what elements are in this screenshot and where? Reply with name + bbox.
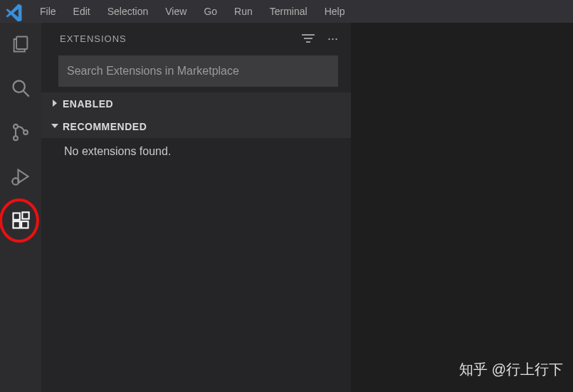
explorer-icon[interactable] — [9, 33, 32, 55]
activity-bar — [0, 23, 41, 392]
chevron-right-icon — [47, 98, 63, 110]
highlight-annotation — [0, 198, 39, 243]
source-control-icon[interactable] — [9, 121, 32, 144]
menu-run[interactable]: Run — [226, 0, 261, 23]
section-recommended[interactable]: RECOMMENDED — [41, 115, 351, 138]
menu-help[interactable]: Help — [316, 0, 354, 23]
extensions-search[interactable] — [58, 55, 338, 87]
extensions-search-input[interactable] — [67, 65, 330, 78]
empty-message: No extensions found. — [41, 138, 351, 158]
menu-terminal[interactable]: Terminal — [261, 0, 316, 23]
svg-line-2 — [23, 91, 29, 97]
section-recommended-label: RECOMMENDED — [63, 121, 147, 132]
watermark-brand: 知乎 — [459, 360, 488, 379]
svg-point-3 — [14, 125, 18, 129]
svg-point-5 — [23, 130, 28, 134]
search-icon[interactable] — [9, 77, 32, 100]
menu-view[interactable]: View — [157, 0, 195, 23]
watermark: 知乎 @行上行下 — [459, 360, 563, 379]
filter-icon[interactable] — [302, 31, 315, 46]
editor-area — [351, 23, 573, 392]
menu-go[interactable]: Go — [195, 0, 226, 23]
menu-edit[interactable]: Edit — [65, 0, 99, 23]
svg-point-1 — [14, 81, 25, 92]
vscode-logo-icon — [4, 1, 24, 21]
extensions-icon[interactable] — [9, 209, 32, 232]
menu-file[interactable]: File — [31, 0, 65, 23]
svg-point-4 — [14, 136, 18, 140]
chevron-down-icon — [47, 121, 63, 132]
svg-rect-0 — [16, 37, 27, 50]
menu-selection[interactable]: Selection — [99, 0, 157, 23]
section-enabled-label: ENABLED — [63, 98, 113, 110]
menubar: File Edit Selection View Go Run Terminal… — [0, 0, 573, 23]
sidebar-title: EXTENSIONS — [60, 33, 127, 44]
watermark-user: @行上行下 — [492, 360, 563, 379]
more-actions-icon[interactable]: ··· — [327, 31, 338, 46]
section-enabled[interactable]: ENABLED — [41, 92, 351, 115]
run-debug-icon[interactable] — [9, 165, 32, 188]
extensions-sidebar: EXTENSIONS ··· ENABLED RECOMMENDED No ex… — [41, 23, 351, 392]
